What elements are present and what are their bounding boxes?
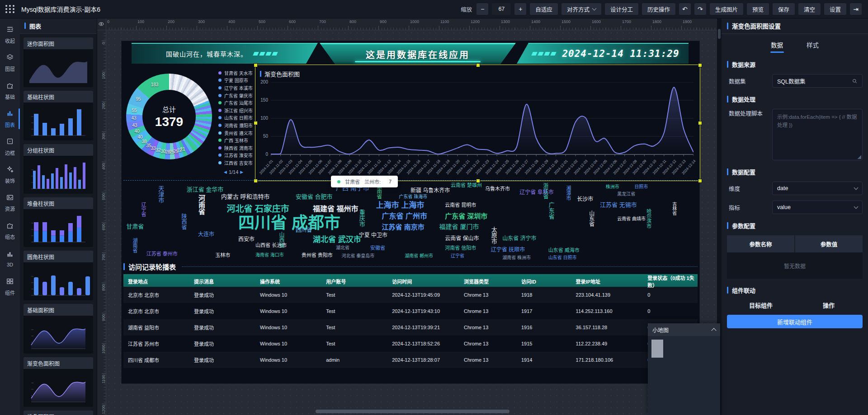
metric-select[interactable]: value (772, 201, 863, 214)
wordcloud-word: 广东省 广州市 (382, 213, 427, 220)
sidebar-item-图层[interactable]: 图层 (0, 49, 20, 77)
sidebar-item-基础[interactable]: 基础 (0, 77, 20, 105)
page-prev-icon[interactable]: ◀ (224, 170, 227, 174)
collapse-sidebar-icon (6, 25, 14, 35)
wordcloud-word: 辽宁省 (141, 202, 146, 217)
wordcloud-word: 长沙市 (577, 196, 593, 202)
generate-image-button[interactable]: 生成图片 (710, 3, 743, 15)
resize-handle-nw[interactable] (254, 63, 258, 67)
widget-card-堆叠面积图[interactable]: 堆叠面积图 (24, 410, 93, 415)
resize-handle-e[interactable] (698, 121, 702, 125)
apps-grid-icon[interactable] (5, 5, 15, 13)
table-row[interactable]: 江苏省 苏州市登录成功Windows 10Test2024-12-13T18:5… (123, 336, 698, 352)
canvas-area[interactable]: 0100200300400500600700800900100011001200… (97, 18, 717, 415)
gradient-area-chart-component[interactable]: 渐变色面积图 050100150200 2024-11-012024-11-02… (255, 65, 700, 181)
ruler-tick (102, 373, 106, 374)
widget-card-堆叠柱状图[interactable]: 堆叠柱状图 (24, 197, 93, 247)
resize-handle-w[interactable] (254, 121, 258, 125)
script-textarea[interactable]: 示例:data.forEach(item => { // 数据处理 }) (772, 109, 863, 160)
table-row[interactable]: 北京市 北京市登录成功Windows 10Test2024-12-13T19:4… (123, 287, 698, 303)
minimap-viewport[interactable] (651, 340, 663, 358)
sidebar-item-组态[interactable]: 组态 (0, 217, 20, 245)
operation-header: 操作 (795, 301, 863, 309)
sidebar-item-label: 图表 (5, 121, 15, 128)
settings-button[interactable]: 设置 (824, 3, 846, 15)
dashboard-preview[interactable]: 国破山河在，城春草木深。 这是用数据库在线应用 2024-12-14 11:31… (121, 41, 700, 384)
slice-value-label: 28 (165, 149, 170, 154)
wordcloud-component[interactable]: 甘肃省天津市辽宁省湖南省江苏省 泰州市浙江省 金华市河南省陕西省内蒙古 呼和浩特… (123, 180, 698, 263)
legend-label: 广东省 汕尾市 (224, 99, 253, 106)
legend-dot (218, 131, 222, 135)
save-button[interactable]: 保存 (773, 3, 795, 15)
access-table-component[interactable]: 访问记录轮播表 登录地点提示消息操作系统用户账号访问时间浏览器类型访问ID登录I… (123, 261, 698, 368)
accent-bar (24, 23, 26, 29)
page-next-icon[interactable]: ▶ (240, 170, 243, 174)
tab-style[interactable]: 样式 (807, 40, 819, 53)
undo-icon[interactable]: ↶ (679, 3, 691, 15)
widget-card-迷你面积图[interactable]: 迷你面积图 (24, 37, 93, 87)
ruler-number: 1800 (652, 19, 661, 24)
resize-handle-ne[interactable] (698, 63, 702, 67)
resize-handle-sw[interactable] (254, 179, 258, 183)
divider-handle[interactable] (718, 29, 721, 39)
resize-handle-s[interactable] (476, 179, 480, 183)
collapse-panel-icon[interactable]: ⇥ (850, 3, 862, 15)
sidebar-item-收起[interactable]: 收起 (0, 21, 20, 49)
widget-card-圆角柱状图[interactable]: 圆角柱状图 (24, 251, 93, 300)
zoom-out-button[interactable]: − (476, 3, 488, 15)
tooltip-value: 7 (389, 179, 392, 184)
add-linkage-button[interactable]: 新增联动组件 (727, 315, 863, 328)
fit-button[interactable]: 自适应 (530, 3, 558, 15)
ruler-corner[interactable] (97, 18, 106, 30)
table-row[interactable]: 北京市 北京市登录成功Windows 10Test2024-12-13T19:4… (123, 303, 698, 319)
tab-data[interactable]: 数据 (771, 40, 783, 53)
area-chart-titlebar: 渐变色面积图 (260, 70, 300, 78)
legend-label: 广西 玉林市 (224, 137, 248, 144)
sidebar-item-资源[interactable]: 资源 (0, 189, 20, 217)
widget-card-基础面积图[interactable]: 基础面积图 (24, 304, 93, 354)
sidebar-item-装饰[interactable]: 装饰 (0, 161, 20, 189)
design-split-button[interactable]: 设计分工 (605, 3, 638, 15)
sidebar-item-组件[interactable]: 组件 (0, 273, 20, 301)
ruler-tick (102, 343, 106, 344)
table-cell: 1916 (517, 325, 571, 330)
chevron-up-icon[interactable] (711, 328, 716, 333)
wordcloud-word: 湖北省 武汉市 (313, 236, 361, 243)
image-icon (6, 193, 14, 203)
scrollbar-thumb[interactable] (316, 410, 509, 413)
widget-card-分组柱状图[interactable]: 分组柱状图 (24, 144, 93, 194)
ruler-number: 900 (101, 314, 106, 321)
resize-handle-n[interactable] (476, 63, 480, 67)
clear-button[interactable]: 清空 (798, 3, 821, 15)
dimension-select[interactable]: date (772, 182, 863, 195)
puzzle-icon (6, 81, 14, 91)
preview-button[interactable]: 预览 (747, 3, 769, 15)
ruler-tick (560, 26, 561, 30)
legend-dot (218, 79, 222, 82)
wordcloud-word: 安徽省 合肥市 (296, 194, 333, 200)
sidebar-item-图表[interactable]: 图表 (0, 105, 20, 133)
minimap-header[interactable]: 小地图 (648, 323, 720, 336)
zoom-in-button[interactable]: + (514, 3, 526, 15)
donut-chart-component[interactable]: 总计 1379 21222525283032333538404043435595… (123, 65, 264, 178)
param-name-header: 参数名称 (727, 235, 794, 252)
align-dropdown[interactable]: 对齐方式 (561, 3, 601, 15)
widget-card-渐变色面积图[interactable]: 渐变色面积图 (24, 357, 93, 407)
sidebar-item-边框[interactable]: 边框 (0, 133, 20, 161)
accent-bar (727, 23, 728, 29)
sidebar-item-3D[interactable]: 3D (0, 245, 20, 273)
canvas-workspace[interactable]: 国破山河在，城春草木深。 这是用数据库在线应用 2024-12-14 11:31… (106, 30, 717, 415)
redo-icon[interactable]: ↷ (694, 3, 706, 15)
dimension-value: date (777, 185, 788, 191)
section-linkage: 组件联动 (727, 286, 863, 294)
dataset-input[interactable]: SQL数据集 (772, 74, 863, 88)
horizontal-scrollbar[interactable] (106, 410, 717, 414)
resize-handle-se[interactable] (698, 179, 702, 183)
minimap-body[interactable] (648, 336, 720, 415)
wordcloud-word: 辽宁省 (451, 254, 464, 258)
history-button[interactable]: 历史操作 (642, 3, 675, 15)
ruler-number: 1500 (561, 19, 571, 24)
widget-card-基础柱状图[interactable]: 基础柱状图 (24, 91, 93, 140)
table-row[interactable]: 四川省 成都市登录成功Windows 10admin2024-12-13T18:… (123, 352, 698, 368)
table-row[interactable]: 湖南省 益阳市登录成功Windows 10Test2024-12-13T19:3… (123, 319, 698, 336)
